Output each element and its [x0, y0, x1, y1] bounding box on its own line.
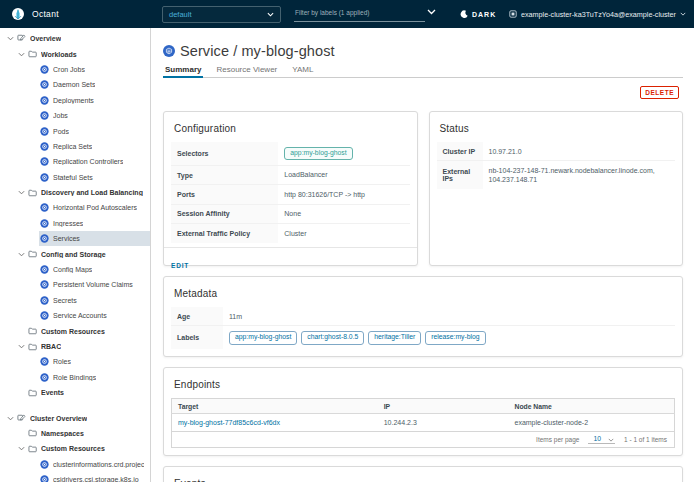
k8s-icon: [40, 311, 49, 320]
summary-row-value: app:my-blog-ghostchart:ghost-8.0.5herita…: [223, 326, 675, 349]
sidebar-item-label: Cluster Overview: [30, 415, 87, 422]
page-size-select[interactable]: 10: [588, 435, 615, 444]
sidebar-link[interactable]: csidrivers.csi.storage.k8s.io: [39, 472, 150, 482]
summary-row-value: http 80:31626/TCP -> http: [278, 185, 409, 204]
sidebar-item-csidrivers-csi-storage-k8s-io[interactable]: csidrivers.csi.storage.k8s.io: [0, 472, 150, 482]
sidebar-item-namespaces[interactable]: Namespaces: [0, 426, 150, 441]
sidebar-link[interactable]: Namespaces: [27, 426, 150, 441]
sidebar-item-roles[interactable]: Roles: [0, 354, 150, 369]
delete-button[interactable]: DELETE: [640, 86, 679, 99]
chevron-down-icon[interactable]: [16, 446, 27, 451]
endpoint-target-link[interactable]: my-blog-ghost-77df85c6cd-vf6dx: [178, 419, 280, 426]
chevron-down-icon[interactable]: [5, 416, 16, 421]
sidebar-item-custom-resources[interactable]: Custom Resources: [0, 323, 150, 338]
chevron-down-icon[interactable]: [427, 9, 436, 15]
sidebar-item-config-maps[interactable]: Config Maps: [0, 262, 150, 277]
sidebar-item-workloads[interactable]: Workloads: [0, 46, 150, 61]
sidebar-link[interactable]: Pods: [39, 123, 150, 138]
theme-toggle-button[interactable]: DARK: [460, 0, 496, 28]
sidebar-link[interactable]: Workloads: [27, 46, 150, 61]
label-tag: app:my-blog-ghost: [229, 331, 297, 345]
sidebar-item-horizontal-pod-autoscalers[interactable]: Horizontal Pod Autoscalers: [0, 200, 150, 215]
k8s-icon: [40, 173, 49, 182]
summary-row-value: LoadBalancer: [278, 165, 409, 184]
sidebar-item-cluster-overview[interactable]: Cluster Overview: [0, 410, 150, 425]
chevron-down-icon[interactable]: [16, 52, 27, 57]
sidebar-link[interactable]: Role Bindings: [39, 370, 150, 385]
configuration-card-footer: EDIT: [164, 247, 417, 275]
sidebar-link[interactable]: RBAC: [27, 339, 150, 354]
sidebar-item-service-accounts[interactable]: Service Accounts: [0, 308, 150, 323]
sidebar-link[interactable]: Config and Storage: [27, 246, 150, 261]
sidebar-link[interactable]: Stateful Sets: [39, 170, 150, 185]
sidebar-link[interactable]: Cron Jobs: [39, 62, 150, 77]
tab-summary[interactable]: Summary: [165, 63, 201, 77]
sidebar-item-clusterinformations-crd-projec[interactable]: clusterinformations.crd.projec: [0, 457, 150, 472]
sidebar-item-role-bindings[interactable]: Role Bindings: [0, 370, 150, 385]
configuration-summary-table: Selectorsapp:my-blog-ghostTypeLoadBalanc…: [171, 142, 410, 243]
summary-row-value: Cluster: [278, 224, 409, 243]
sidebar-link[interactable]: Horizontal Pod Autoscalers: [39, 200, 150, 215]
k8s-icon: [40, 373, 49, 382]
sidebar-link[interactable]: Services: [39, 231, 150, 246]
sidebar-item-daemon-sets[interactable]: Daemon Sets: [0, 77, 150, 92]
sidebar-link[interactable]: Persistent Volume Claims: [39, 277, 150, 292]
sidebar-link[interactable]: Custom Resources: [27, 323, 150, 338]
sidebar-item-services[interactable]: Services: [0, 231, 150, 246]
endpoints-header-row: TargetIPNode Name: [172, 399, 675, 414]
tab-resource-viewer[interactable]: Resource Viewer: [216, 63, 277, 77]
sidebar-item-overview[interactable]: Overview: [0, 31, 150, 46]
sidebar-link[interactable]: Custom Resources: [27, 441, 150, 456]
cluster-selector[interactable]: example-cluster-ka3TuTzYo4a@example-clus…: [509, 0, 686, 28]
sidebar-item-events[interactable]: Events: [0, 385, 150, 400]
sidebar-item-persistent-volume-claims[interactable]: Persistent Volume Claims: [0, 277, 150, 292]
sidebar-item-rbac[interactable]: RBAC: [0, 339, 150, 354]
sidebar-link[interactable]: Service Accounts: [39, 308, 150, 323]
sidebar-item-label: Daemon Sets: [53, 81, 95, 88]
sidebar-link[interactable]: Overview: [16, 31, 150, 46]
chevron-down-icon[interactable]: [16, 252, 27, 257]
tab-yaml[interactable]: YAML: [292, 63, 313, 77]
sidebar-link[interactable]: clusterinformations.crd.projec: [39, 457, 150, 472]
sidebar-link[interactable]: Ingresses: [39, 216, 150, 231]
edit-link[interactable]: EDIT: [171, 262, 189, 269]
sidebar-item-cron-jobs[interactable]: Cron Jobs: [0, 62, 150, 77]
chevron-down-icon[interactable]: [16, 344, 27, 349]
chevron-down-icon[interactable]: [5, 36, 16, 41]
sidebar-item-replica-sets[interactable]: Replica Sets: [0, 139, 150, 154]
folder-icon: [28, 50, 37, 58]
k8s-icon: [40, 475, 49, 482]
sidebar-link[interactable]: Deployments: [39, 93, 150, 108]
sidebar-link[interactable]: Discovery and Load Balancing: [27, 185, 150, 200]
sidebar-item-label: Role Bindings: [53, 374, 96, 381]
sidebar-item-label: Persistent Volume Claims: [53, 281, 133, 288]
sidebar-link[interactable]: Replication Controllers: [39, 154, 150, 169]
sidebar-item-secrets[interactable]: Secrets: [0, 293, 150, 308]
sidebar-item-stateful-sets[interactable]: Stateful Sets: [0, 170, 150, 185]
configuration-card: Configuration Selectorsapp:my-blog-ghost…: [163, 111, 418, 266]
label-filter-input[interactable]: Filter by labels (1 applied): [294, 6, 436, 22]
namespace-select[interactable]: default: [162, 6, 281, 23]
sidebar-item-discovery-and-load-balancing[interactable]: Discovery and Load Balancing: [0, 185, 150, 200]
sidebar-link[interactable]: Events: [27, 385, 150, 400]
sidebar-link[interactable]: Jobs: [39, 108, 150, 123]
sidebar-item-replication-controllers[interactable]: Replication Controllers: [0, 154, 150, 169]
status-summary-table: Cluster IP10.97.21.0External IPsnb-104-2…: [437, 142, 676, 189]
sidebar-link[interactable]: Cluster Overview: [16, 410, 150, 425]
status-card-title: Status: [440, 123, 676, 134]
sidebar-link[interactable]: Roles: [39, 354, 150, 369]
sidebar-item-jobs[interactable]: Jobs: [0, 108, 150, 123]
sidebar-link[interactable]: Replica Sets: [39, 139, 150, 154]
sidebar-item-deployments[interactable]: Deployments: [0, 93, 150, 108]
sidebar-item-label: Ingresses: [53, 220, 83, 227]
sidebar-item-pods[interactable]: Pods: [0, 123, 150, 138]
sidebar-item-label: Jobs: [53, 112, 68, 119]
configuration-card-title: Configuration: [174, 123, 410, 134]
sidebar-item-ingresses[interactable]: Ingresses: [0, 216, 150, 231]
sidebar-link[interactable]: Secrets: [39, 293, 150, 308]
sidebar-item-config-and-storage[interactable]: Config and Storage: [0, 246, 150, 261]
sidebar-link[interactable]: Config Maps: [39, 262, 150, 277]
sidebar-link[interactable]: Daemon Sets: [39, 77, 150, 92]
chevron-down-icon[interactable]: [16, 190, 27, 195]
sidebar-item-custom-resources[interactable]: Custom Resources: [0, 441, 150, 456]
